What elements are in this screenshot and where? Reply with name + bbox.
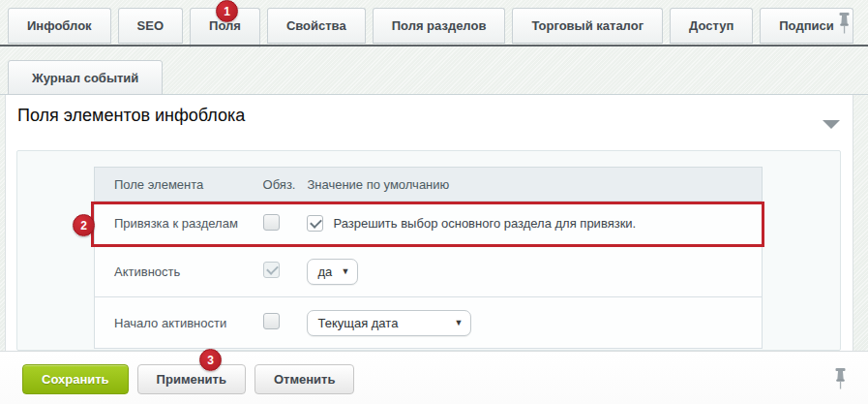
pin-icon[interactable]: [833, 368, 848, 390]
row-label: Привязка к разделам: [95, 216, 250, 231]
tab-properties[interactable]: Свойства: [267, 8, 366, 44]
element-fields-table: Поле элемента Обяз. Значение по умолчани…: [94, 167, 763, 349]
secondary-tab-bar: Журнал событий: [8, 60, 163, 95]
table-row-activity: Активность да ▼: [94, 246, 763, 297]
page: Инфоблок SEO Поля Свойства Поля разделов…: [0, 0, 868, 404]
header-field: Поле элемента: [95, 177, 250, 192]
activity-select[interactable]: да ▼: [307, 259, 358, 285]
collapse-section-icon[interactable]: [823, 120, 840, 129]
apply-button[interactable]: Применить: [137, 364, 246, 394]
step-badge-3: 3: [199, 349, 222, 371]
activity-start-select[interactable]: Текущая дата ▼: [307, 310, 471, 336]
footer-buttons: Сохранить Применить Отменить: [22, 364, 354, 394]
section-title: Поля элементов инфоблока: [17, 106, 245, 126]
main-tab-bar: Инфоблок SEO Поля Свойства Поля разделов…: [8, 8, 853, 47]
select-value: Текущая дата: [317, 316, 398, 330]
header-required: Обяз.: [250, 177, 308, 192]
table-header-row: Поле элемента Обяз. Значение по умолчани…: [94, 167, 763, 202]
tab-access[interactable]: Доступ: [670, 8, 753, 44]
footer-bar: Сохранить Применить Отменить: [0, 351, 868, 404]
tab-bar-divider: [0, 45, 868, 47]
step-badge-2: 2: [73, 214, 95, 236]
save-button[interactable]: Сохранить: [22, 364, 129, 394]
allow-main-section-checkbox[interactable]: [307, 215, 323, 232]
chevron-down-icon: ▼: [455, 318, 464, 327]
tab-event-log[interactable]: Журнал событий: [8, 60, 163, 95]
chevron-down-icon: ▼: [342, 266, 350, 276]
header-default-value: Значение по умолчанию: [307, 177, 762, 192]
tab-seo[interactable]: SEO: [118, 8, 183, 44]
tab-section-fields[interactable]: Поля разделов: [373, 8, 506, 44]
tab-trade-catalog[interactable]: Торговый каталог: [512, 8, 663, 44]
cancel-button[interactable]: Отменить: [254, 364, 355, 394]
row-label: Активность: [95, 264, 250, 279]
required-checkbox[interactable]: [263, 313, 280, 329]
row-label: Начало активности: [95, 316, 250, 330]
table-row-section-binding: Привязка к разделам Разрешить выбор осно…: [94, 202, 763, 246]
table-row-activity-start: Начало активности Текущая дата ▼: [94, 297, 763, 349]
pin-icon[interactable]: [837, 13, 852, 35]
required-checkbox-disabled: [263, 262, 280, 278]
tab-infoblock[interactable]: Инфоблок: [8, 8, 111, 44]
step-badge-1: 1: [216, 0, 238, 22]
required-checkbox[interactable]: [263, 214, 280, 231]
select-value: да: [317, 264, 332, 279]
checkbox-label: Разрешить выбор основного раздела для пр…: [333, 216, 636, 231]
